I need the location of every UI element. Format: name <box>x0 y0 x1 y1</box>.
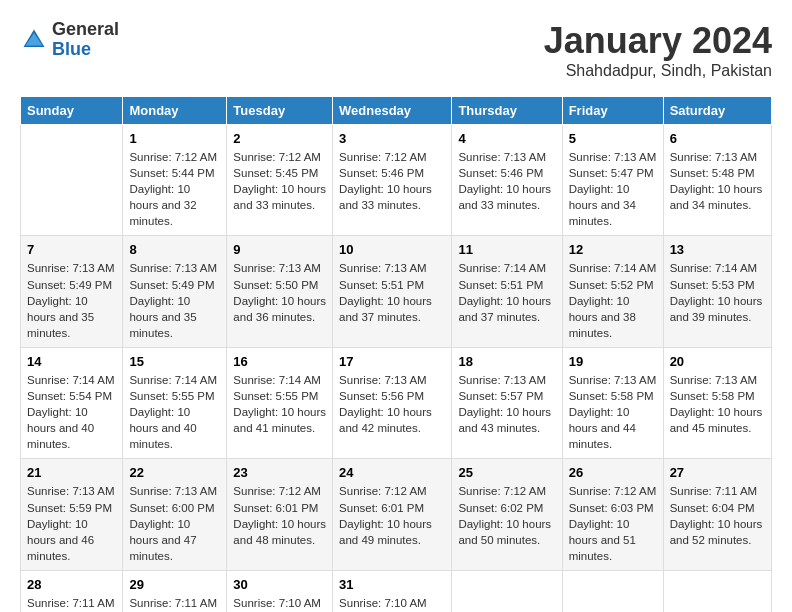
calendar-cell: 30Sunrise: 7:10 AMSunset: 6:06 PMDayligh… <box>227 570 333 612</box>
day-info: Sunrise: 7:11 AMSunset: 6:05 PMDaylight:… <box>129 595 220 612</box>
calendar-cell: 5Sunrise: 7:13 AMSunset: 5:47 PMDaylight… <box>562 125 663 236</box>
logo: General Blue <box>20 20 119 60</box>
calendar-cell: 15Sunrise: 7:14 AMSunset: 5:55 PMDayligh… <box>123 347 227 458</box>
page-header: General Blue January 2024 Shahdadpur, Si… <box>20 20 772 80</box>
calendar-cell: 6Sunrise: 7:13 AMSunset: 5:48 PMDaylight… <box>663 125 771 236</box>
day-number: 20 <box>670 354 765 369</box>
day-number: 28 <box>27 577 116 592</box>
day-info: Sunrise: 7:13 AMSunset: 5:58 PMDaylight:… <box>569 372 657 452</box>
day-number: 27 <box>670 465 765 480</box>
weekday-header: Friday <box>562 97 663 125</box>
day-number: 4 <box>458 131 555 146</box>
day-number: 29 <box>129 577 220 592</box>
day-number: 1 <box>129 131 220 146</box>
day-info: Sunrise: 7:10 AMSunset: 6:07 PMDaylight:… <box>339 595 445 612</box>
day-number: 14 <box>27 354 116 369</box>
day-info: Sunrise: 7:13 AMSunset: 6:00 PMDaylight:… <box>129 483 220 563</box>
calendar-cell: 14Sunrise: 7:14 AMSunset: 5:54 PMDayligh… <box>21 347 123 458</box>
calendar-week-row: 1Sunrise: 7:12 AMSunset: 5:44 PMDaylight… <box>21 125 772 236</box>
day-number: 13 <box>670 242 765 257</box>
day-info: Sunrise: 7:11 AMSunset: 6:05 PMDaylight:… <box>27 595 116 612</box>
day-number: 25 <box>458 465 555 480</box>
calendar-cell: 31Sunrise: 7:10 AMSunset: 6:07 PMDayligh… <box>333 570 452 612</box>
day-number: 19 <box>569 354 657 369</box>
calendar-cell: 17Sunrise: 7:13 AMSunset: 5:56 PMDayligh… <box>333 347 452 458</box>
title-block: January 2024 Shahdadpur, Sindh, Pakistan <box>544 20 772 80</box>
day-number: 22 <box>129 465 220 480</box>
calendar-cell: 20Sunrise: 7:13 AMSunset: 5:58 PMDayligh… <box>663 347 771 458</box>
calendar-week-row: 28Sunrise: 7:11 AMSunset: 6:05 PMDayligh… <box>21 570 772 612</box>
calendar-cell: 19Sunrise: 7:13 AMSunset: 5:58 PMDayligh… <box>562 347 663 458</box>
weekday-header: Wednesday <box>333 97 452 125</box>
calendar-cell: 16Sunrise: 7:14 AMSunset: 5:55 PMDayligh… <box>227 347 333 458</box>
calendar-week-row: 14Sunrise: 7:14 AMSunset: 5:54 PMDayligh… <box>21 347 772 458</box>
calendar-cell: 1Sunrise: 7:12 AMSunset: 5:44 PMDaylight… <box>123 125 227 236</box>
location: Shahdadpur, Sindh, Pakistan <box>544 62 772 80</box>
calendar-cell: 12Sunrise: 7:14 AMSunset: 5:52 PMDayligh… <box>562 236 663 347</box>
calendar-cell: 9Sunrise: 7:13 AMSunset: 5:50 PMDaylight… <box>227 236 333 347</box>
calendar-cell: 8Sunrise: 7:13 AMSunset: 5:49 PMDaylight… <box>123 236 227 347</box>
day-info: Sunrise: 7:13 AMSunset: 5:58 PMDaylight:… <box>670 372 765 436</box>
day-number: 21 <box>27 465 116 480</box>
day-info: Sunrise: 7:12 AMSunset: 5:45 PMDaylight:… <box>233 149 326 213</box>
day-number: 3 <box>339 131 445 146</box>
logo-text: General Blue <box>52 20 119 60</box>
calendar-cell: 25Sunrise: 7:12 AMSunset: 6:02 PMDayligh… <box>452 459 562 570</box>
day-info: Sunrise: 7:13 AMSunset: 5:49 PMDaylight:… <box>129 260 220 340</box>
day-number: 18 <box>458 354 555 369</box>
day-info: Sunrise: 7:14 AMSunset: 5:54 PMDaylight:… <box>27 372 116 452</box>
calendar-cell: 10Sunrise: 7:13 AMSunset: 5:51 PMDayligh… <box>333 236 452 347</box>
weekday-header: Tuesday <box>227 97 333 125</box>
calendar-cell: 13Sunrise: 7:14 AMSunset: 5:53 PMDayligh… <box>663 236 771 347</box>
calendar-cell: 27Sunrise: 7:11 AMSunset: 6:04 PMDayligh… <box>663 459 771 570</box>
calendar-cell <box>663 570 771 612</box>
day-info: Sunrise: 7:13 AMSunset: 5:57 PMDaylight:… <box>458 372 555 436</box>
day-info: Sunrise: 7:11 AMSunset: 6:04 PMDaylight:… <box>670 483 765 547</box>
day-number: 10 <box>339 242 445 257</box>
calendar-week-row: 7Sunrise: 7:13 AMSunset: 5:49 PMDaylight… <box>21 236 772 347</box>
day-number: 16 <box>233 354 326 369</box>
day-number: 30 <box>233 577 326 592</box>
weekday-header-row: SundayMondayTuesdayWednesdayThursdayFrid… <box>21 97 772 125</box>
day-info: Sunrise: 7:10 AMSunset: 6:06 PMDaylight:… <box>233 595 326 612</box>
month-title: January 2024 <box>544 20 772 62</box>
calendar-cell: 22Sunrise: 7:13 AMSunset: 6:00 PMDayligh… <box>123 459 227 570</box>
weekday-header: Saturday <box>663 97 771 125</box>
calendar-week-row: 21Sunrise: 7:13 AMSunset: 5:59 PMDayligh… <box>21 459 772 570</box>
day-info: Sunrise: 7:12 AMSunset: 6:01 PMDaylight:… <box>233 483 326 547</box>
day-info: Sunrise: 7:12 AMSunset: 5:44 PMDaylight:… <box>129 149 220 229</box>
day-number: 9 <box>233 242 326 257</box>
calendar-cell: 24Sunrise: 7:12 AMSunset: 6:01 PMDayligh… <box>333 459 452 570</box>
day-number: 23 <box>233 465 326 480</box>
day-info: Sunrise: 7:13 AMSunset: 5:59 PMDaylight:… <box>27 483 116 563</box>
calendar-cell <box>562 570 663 612</box>
calendar-cell: 2Sunrise: 7:12 AMSunset: 5:45 PMDaylight… <box>227 125 333 236</box>
calendar-cell: 28Sunrise: 7:11 AMSunset: 6:05 PMDayligh… <box>21 570 123 612</box>
day-info: Sunrise: 7:12 AMSunset: 6:01 PMDaylight:… <box>339 483 445 547</box>
day-number: 6 <box>670 131 765 146</box>
day-info: Sunrise: 7:14 AMSunset: 5:51 PMDaylight:… <box>458 260 555 324</box>
calendar-cell: 4Sunrise: 7:13 AMSunset: 5:46 PMDaylight… <box>452 125 562 236</box>
calendar-cell: 26Sunrise: 7:12 AMSunset: 6:03 PMDayligh… <box>562 459 663 570</box>
day-info: Sunrise: 7:13 AMSunset: 5:47 PMDaylight:… <box>569 149 657 229</box>
day-info: Sunrise: 7:13 AMSunset: 5:46 PMDaylight:… <box>458 149 555 213</box>
day-info: Sunrise: 7:13 AMSunset: 5:51 PMDaylight:… <box>339 260 445 324</box>
day-info: Sunrise: 7:13 AMSunset: 5:49 PMDaylight:… <box>27 260 116 340</box>
day-number: 7 <box>27 242 116 257</box>
calendar-cell <box>452 570 562 612</box>
day-info: Sunrise: 7:14 AMSunset: 5:52 PMDaylight:… <box>569 260 657 340</box>
calendar-cell: 7Sunrise: 7:13 AMSunset: 5:49 PMDaylight… <box>21 236 123 347</box>
day-number: 15 <box>129 354 220 369</box>
logo-general: General <box>52 19 119 39</box>
day-info: Sunrise: 7:14 AMSunset: 5:55 PMDaylight:… <box>129 372 220 452</box>
calendar-cell: 29Sunrise: 7:11 AMSunset: 6:05 PMDayligh… <box>123 570 227 612</box>
day-number: 24 <box>339 465 445 480</box>
day-info: Sunrise: 7:13 AMSunset: 5:50 PMDaylight:… <box>233 260 326 324</box>
day-info: Sunrise: 7:13 AMSunset: 5:48 PMDaylight:… <box>670 149 765 213</box>
day-number: 8 <box>129 242 220 257</box>
day-number: 2 <box>233 131 326 146</box>
day-number: 5 <box>569 131 657 146</box>
day-info: Sunrise: 7:12 AMSunset: 6:02 PMDaylight:… <box>458 483 555 547</box>
weekday-header: Sunday <box>21 97 123 125</box>
day-info: Sunrise: 7:12 AMSunset: 6:03 PMDaylight:… <box>569 483 657 563</box>
